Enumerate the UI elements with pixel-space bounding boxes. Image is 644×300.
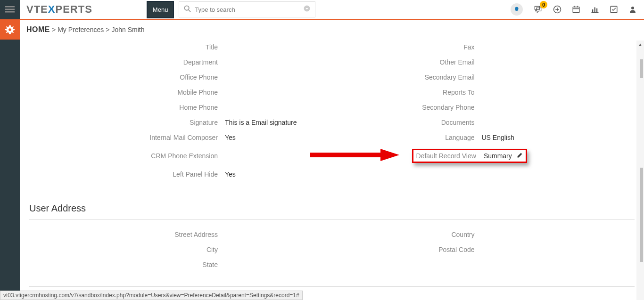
field-label-signature: Signature xyxy=(121,119,225,126)
section-title-user-address: User Address xyxy=(29,203,635,214)
hamburger-menu-button[interactable] xyxy=(0,0,20,19)
field-label-other-email: Other Email xyxy=(378,58,482,66)
logo-text-pre: VTE xyxy=(26,3,48,15)
search-input[interactable] xyxy=(195,6,304,13)
comments-icon[interactable]: 0 xyxy=(533,5,543,14)
edit-pencil-icon[interactable] xyxy=(517,152,523,160)
breadcrumb-separator: > xyxy=(106,26,109,33)
field-label-street-address: Street Address xyxy=(121,231,225,238)
field-label-office-phone: Office Phone xyxy=(121,73,225,81)
comments-badge: 0 xyxy=(540,1,547,8)
breadcrumb: HOME > My Preferences > John Smith xyxy=(20,20,644,40)
field-label-title: Title xyxy=(121,43,225,51)
reports-icon[interactable] xyxy=(591,5,599,14)
svg-point-18 xyxy=(631,7,634,9)
field-label-crm-phone-extension: CRM Phone Extension xyxy=(121,152,225,160)
breadcrumb-home[interactable]: HOME xyxy=(26,25,50,34)
add-icon[interactable] xyxy=(553,5,561,14)
field-label-left-panel-hide: Left Panel Hide xyxy=(121,170,225,178)
scroll-thumb[interactable] xyxy=(640,168,643,262)
field-label-documents: Documents xyxy=(378,119,482,126)
avatar-icon[interactable] xyxy=(511,3,523,16)
section-user-address: User Address xyxy=(29,203,635,220)
field-label-internal-mail-composer: Internal Mail Composer xyxy=(121,134,225,141)
vertical-scrollbar[interactable]: ▲ xyxy=(636,41,644,300)
svg-rect-1 xyxy=(5,9,15,10)
field-label-secondary-email: Secondary Email xyxy=(378,73,482,81)
svg-rect-2 xyxy=(5,11,15,13)
scroll-thumb[interactable] xyxy=(640,59,643,78)
svg-rect-0 xyxy=(5,6,15,8)
svg-rect-14 xyxy=(594,8,595,13)
left-sidebar xyxy=(0,20,20,300)
user-menu-icon[interactable] xyxy=(628,5,637,14)
app-logo: VTEXPERTS xyxy=(26,3,92,16)
settings-gear-button[interactable] xyxy=(0,20,20,40)
svg-point-19 xyxy=(8,28,11,31)
global-search-box[interactable] xyxy=(179,1,315,17)
breadcrumb-user-name[interactable]: John Smith xyxy=(111,26,144,33)
svg-rect-15 xyxy=(596,8,597,12)
field-value-language[interactable]: US English xyxy=(482,134,635,141)
calendar-icon[interactable] xyxy=(572,5,580,14)
breadcrumb-separator: > xyxy=(52,26,56,33)
field-label-fax: Fax xyxy=(378,43,482,51)
field-label-reports-to: Reports To xyxy=(378,89,482,96)
field-value-default-record-view[interactable]: Summary xyxy=(484,152,512,160)
field-label-home-phone: Home Phone xyxy=(121,104,225,111)
field-label-postal-code: Postal Code xyxy=(378,246,482,253)
default-record-view-highlight: Default Record View Summary xyxy=(412,149,527,163)
svg-line-4 xyxy=(189,10,190,12)
search-dropdown-icon[interactable] xyxy=(304,5,310,14)
svg-rect-9 xyxy=(573,7,579,13)
field-value-internal-mail-composer[interactable]: Yes xyxy=(225,134,378,141)
field-label-default-record-view: Default Record View xyxy=(416,152,476,160)
field-label-department: Department xyxy=(121,58,225,66)
tasks-icon[interactable] xyxy=(610,5,618,14)
scroll-up-arrow-icon[interactable]: ▲ xyxy=(636,41,644,48)
svg-point-3 xyxy=(185,6,189,10)
field-value-signature[interactable]: This is a Email signature xyxy=(225,119,378,126)
browser-status-bar: vt03.vtigercrmhosting.com/v7/sandbox/ind… xyxy=(0,291,303,300)
menu-button[interactable]: Menu xyxy=(147,1,174,18)
field-value-left-panel-hide[interactable]: Yes xyxy=(225,170,378,178)
search-icon xyxy=(184,5,191,14)
field-label-state: State xyxy=(121,261,225,268)
breadcrumb-my-preferences[interactable]: My Preferences xyxy=(58,26,104,33)
logo-text-x: X xyxy=(48,3,56,15)
svg-rect-13 xyxy=(592,9,593,12)
field-label-secondary-phone: Secondary Phone xyxy=(378,104,482,111)
field-label-language: Language xyxy=(378,134,482,141)
logo-text-post: PERTS xyxy=(55,3,92,15)
field-label-city: City xyxy=(121,246,225,253)
field-label-country: Country xyxy=(378,231,482,238)
field-label-mobile-phone: Mobile Phone xyxy=(121,89,225,96)
